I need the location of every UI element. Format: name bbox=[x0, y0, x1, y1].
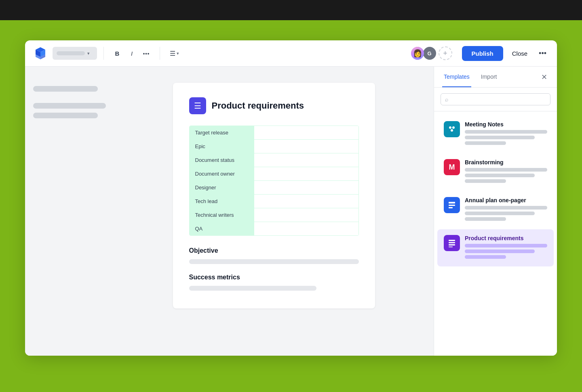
avatar-user: 👩 bbox=[410, 46, 425, 61]
skeleton-line-2 bbox=[33, 113, 98, 118]
panel-search: ⌕ bbox=[434, 88, 557, 111]
template-desc-2 bbox=[465, 212, 535, 215]
success-metrics-heading: Success metrics bbox=[189, 274, 359, 281]
table-label-tech-writers: Technical writers bbox=[190, 208, 254, 222]
panel-close-button[interactable]: ✕ bbox=[540, 71, 549, 83]
template-desc-1 bbox=[465, 244, 547, 247]
more-dots-icon: ••• bbox=[539, 49, 546, 57]
table-label-doc-status: Document status bbox=[190, 153, 254, 167]
template-item-brainstorming[interactable]: M Brainstorming bbox=[437, 153, 554, 191]
template-desc-3 bbox=[465, 255, 506, 259]
avatar-group: 👩 G + bbox=[410, 46, 452, 61]
more-options-button[interactable]: ••• bbox=[536, 47, 549, 60]
table-row: Epic bbox=[190, 140, 358, 153]
template-desc-2 bbox=[465, 249, 535, 253]
side-panel: Templates Import ✕ ⌕ bbox=[434, 67, 557, 356]
template-name-annual-plan: Annual plan one-pager bbox=[465, 197, 547, 203]
doc-icon: ☰ bbox=[189, 97, 206, 114]
doc-title: Product requirements bbox=[212, 101, 304, 111]
toolbar-divider-2 bbox=[160, 47, 160, 60]
doc-header: ☰ Product requirements bbox=[189, 97, 359, 114]
panel-tabs: Templates Import ✕ bbox=[434, 67, 557, 88]
template-info-brainstorming: Brainstorming bbox=[465, 159, 547, 185]
template-info-product-requirements: Product requirements bbox=[465, 235, 547, 261]
table-value-designer[interactable] bbox=[254, 181, 358, 194]
template-desc-3 bbox=[465, 141, 506, 145]
svg-rect-6 bbox=[449, 240, 455, 241]
table-label-qa: QA bbox=[190, 222, 254, 235]
info-table: Target release Epic Document status Docu… bbox=[189, 126, 359, 236]
table-label-target-release: Target release bbox=[190, 126, 254, 139]
template-desc-1 bbox=[465, 130, 547, 134]
svg-rect-5 bbox=[449, 207, 453, 208]
breadcrumb-text bbox=[57, 51, 85, 55]
search-input-wrap: ⌕ bbox=[441, 93, 550, 105]
svg-rect-3 bbox=[449, 202, 455, 203]
template-icon-annual-plan bbox=[444, 197, 460, 213]
table-label-doc-owner: Document owner bbox=[190, 167, 254, 180]
success-metrics-section: Success metrics bbox=[189, 274, 359, 291]
table-value-qa[interactable] bbox=[254, 222, 358, 235]
italic-button[interactable]: I bbox=[125, 46, 139, 60]
svg-rect-7 bbox=[449, 242, 455, 243]
table-row: Technical writers bbox=[190, 208, 358, 222]
template-name-product-requirements: Product requirements bbox=[465, 235, 547, 241]
table-row: Document owner bbox=[190, 167, 358, 181]
table-label-designer: Designer bbox=[190, 181, 254, 194]
more-format-button[interactable]: ••• bbox=[139, 46, 153, 60]
template-desc-2 bbox=[465, 174, 535, 177]
search-input[interactable] bbox=[451, 96, 546, 103]
template-item-product-requirements[interactable]: Product requirements bbox=[437, 229, 554, 266]
svg-rect-9 bbox=[449, 246, 453, 247]
table-row: Tech lead bbox=[190, 195, 358, 208]
close-button[interactable]: Close bbox=[508, 48, 531, 59]
align-chevron-icon: ▾ bbox=[177, 51, 179, 56]
table-row: Document status bbox=[190, 153, 358, 167]
tab-templates[interactable]: Templates bbox=[442, 67, 471, 87]
template-list: Meeting Notes M Brainstorming bbox=[434, 111, 557, 356]
table-row: QA bbox=[190, 222, 358, 235]
template-item-annual-plan[interactable]: Annual plan one-pager bbox=[437, 191, 554, 228]
svg-point-1 bbox=[452, 126, 455, 129]
align-button[interactable]: ☰ ▾ bbox=[167, 48, 182, 59]
logo bbox=[33, 46, 48, 61]
objective-skeleton bbox=[189, 259, 359, 264]
template-desc-1 bbox=[465, 168, 547, 172]
table-row: Target release bbox=[190, 126, 358, 140]
avatar-placeholder-g: G bbox=[422, 46, 437, 61]
bold-button[interactable]: B bbox=[110, 46, 124, 60]
template-name-brainstorming: Brainstorming bbox=[465, 159, 547, 166]
tab-import[interactable]: Import bbox=[479, 67, 499, 87]
breadcrumb-button[interactable]: ▾ bbox=[53, 47, 97, 60]
table-value-epic[interactable] bbox=[254, 140, 358, 153]
publish-button[interactable]: Publish bbox=[462, 46, 503, 61]
objective-section: Objective bbox=[189, 247, 359, 264]
svg-rect-8 bbox=[449, 244, 455, 245]
template-desc-3 bbox=[465, 179, 506, 183]
close-icon: ✕ bbox=[541, 73, 547, 81]
search-icon: ⌕ bbox=[445, 96, 448, 103]
top-bar bbox=[0, 0, 582, 20]
table-value-doc-owner[interactable] bbox=[254, 167, 358, 180]
main-window: ▾ B I ••• ☰ ▾ 👩 G + bbox=[25, 40, 557, 356]
template-info-meeting-notes: Meeting Notes bbox=[465, 121, 547, 147]
toolbar-divider-1 bbox=[103, 47, 104, 60]
template-desc-1 bbox=[465, 206, 547, 210]
table-label-epic: Epic bbox=[190, 140, 254, 153]
chevron-down-icon: ▾ bbox=[87, 51, 90, 56]
editor-content-area: ☰ Product requirements Target release Ep… bbox=[114, 67, 434, 356]
table-value-tech-lead[interactable] bbox=[254, 195, 358, 208]
toolbar: ▾ B I ••• ☰ ▾ 👩 G + bbox=[25, 40, 557, 67]
skeleton-title bbox=[33, 86, 98, 92]
add-collaborator-button[interactable]: + bbox=[439, 46, 452, 60]
template-info-annual-plan: Annual plan one-pager bbox=[465, 197, 547, 223]
svg-rect-4 bbox=[449, 205, 455, 206]
svg-point-0 bbox=[449, 126, 451, 129]
template-item-meeting-notes[interactable]: Meeting Notes bbox=[437, 115, 554, 153]
table-value-tech-writers[interactable] bbox=[254, 208, 358, 222]
table-label-tech-lead: Tech lead bbox=[190, 195, 254, 208]
table-value-doc-status[interactable] bbox=[254, 153, 358, 167]
template-name-meeting-notes: Meeting Notes bbox=[465, 121, 547, 128]
success-metrics-skeleton bbox=[189, 286, 316, 291]
table-value-target-release[interactable] bbox=[254, 126, 358, 139]
